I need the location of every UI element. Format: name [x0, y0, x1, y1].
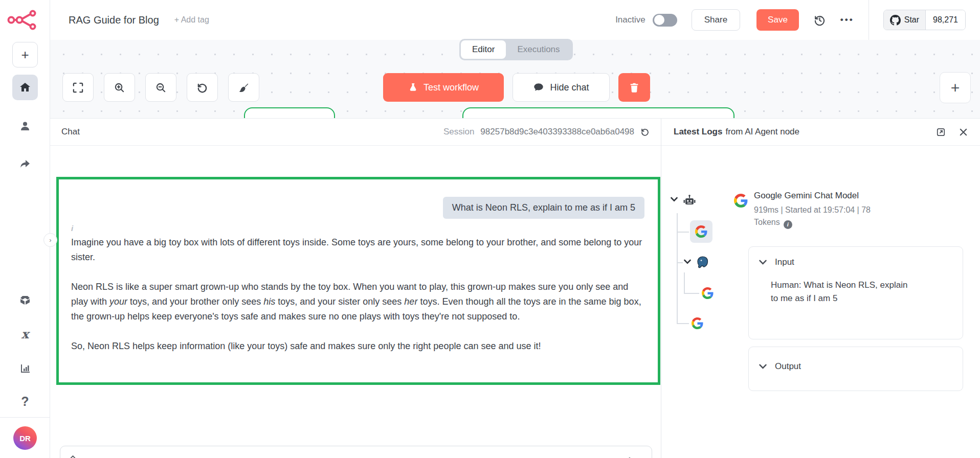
- variables-x-icon: x: [21, 327, 29, 341]
- session-label: Session: [443, 127, 474, 137]
- tree-node-gemini-2[interactable]: [690, 316, 704, 330]
- user-message-bubble: What is Neon RLS, explain to me as if I …: [443, 197, 644, 219]
- google-g-icon: [734, 194, 748, 229]
- avatar[interactable]: DR: [13, 426, 37, 450]
- sidebar-item-shared[interactable]: [12, 151, 38, 177]
- open-logs-icon[interactable]: [936, 127, 946, 137]
- toggle-knob: [654, 15, 664, 25]
- main-area: RAG Guide for Blog + Add tag Inactive Sh…: [50, 0, 980, 458]
- chat-panel-title: Chat: [61, 127, 80, 137]
- sidebar-expand-button[interactable]: ›: [43, 233, 57, 247]
- test-workflow-label: Test workflow: [424, 82, 479, 93]
- add-node-button[interactable]: +: [940, 72, 971, 103]
- tab-editor[interactable]: Editor: [461, 40, 506, 59]
- github-star-label: Star: [904, 15, 919, 25]
- sidebar-item-help[interactable]: ?: [12, 388, 38, 414]
- chat-panel: Chat Session 98257b8d9c3e403393388ce0ab6…: [50, 119, 661, 458]
- sidebar-item-insights[interactable]: [12, 356, 38, 381]
- n8n-logo-icon[interactable]: [7, 8, 39, 32]
- bot-message: Imagine you have a big toy box with lots…: [71, 235, 644, 354]
- hide-chat-label: Hide chat: [550, 82, 589, 93]
- top-header: RAG Guide for Blog + Add tag Inactive Sh…: [50, 0, 980, 40]
- zoom-in-icon: [114, 82, 125, 94]
- hide-chat-button[interactable]: Hide chat: [513, 73, 610, 102]
- bot-paragraph: Neon RLS is like a super smart grown-up …: [71, 280, 644, 324]
- logs-title: Latest Logs: [674, 127, 722, 137]
- input-section-content: Human: What is Neon RLS, explain to me a…: [749, 274, 923, 318]
- log-node-meta: 919ms | Started at 19:57:04 | 78 Tokensi: [754, 204, 883, 229]
- chevron-down-icon[interactable]: [671, 197, 678, 202]
- info-icon[interactable]: i: [784, 220, 792, 229]
- chevron-down-icon: [759, 260, 767, 265]
- log-node-name: Google Gemini Chat Model: [754, 191, 883, 201]
- test-workflow-button[interactable]: Test workflow: [383, 73, 504, 102]
- google-g-icon: [692, 317, 703, 329]
- undo-arrow-icon: [196, 82, 208, 94]
- send-message-icon[interactable]: [627, 455, 640, 458]
- share-arrow-icon: [19, 158, 31, 170]
- tidy-up-button[interactable]: [228, 73, 259, 102]
- log-output-card: Output: [748, 347, 963, 391]
- google-g-icon: [695, 225, 707, 238]
- tree-connector: [684, 293, 699, 294]
- tree-connector: [677, 323, 689, 324]
- sidebar-item-templates[interactable]: [12, 287, 38, 313]
- github-star-widget[interactable]: Star 98,271: [883, 10, 966, 30]
- bot-paragraph: Imagine you have a big toy box with lots…: [71, 235, 644, 265]
- sidebar-item-personal[interactable]: [12, 113, 38, 139]
- tree-connector: [677, 262, 683, 263]
- bar-chart-icon: [19, 362, 31, 375]
- left-sidebar: + x ?: [0, 0, 50, 458]
- workflow-history-icon[interactable]: [813, 14, 826, 27]
- tree-node-ai-agent[interactable]: [682, 194, 697, 207]
- tree-node-postgres[interactable]: [695, 255, 710, 269]
- tree-node-gemini-embed[interactable]: [700, 286, 715, 300]
- box-icon: [19, 294, 31, 306]
- message-info-icon[interactable]: i: [71, 224, 644, 235]
- new-workflow-button[interactable]: +: [12, 42, 38, 67]
- fit-view-button[interactable]: [62, 73, 94, 102]
- sidebar-item-home[interactable]: [12, 75, 38, 100]
- chat-input-row: [60, 446, 652, 458]
- workflow-title[interactable]: RAG Guide for Blog: [69, 14, 159, 26]
- output-section-label: Output: [775, 361, 801, 372]
- log-detail-header: Google Gemini Chat Model 919ms | Started…: [734, 191, 959, 229]
- robot-icon: [683, 194, 696, 207]
- sidebar-divider: [0, 417, 50, 418]
- input-section-label: Input: [775, 257, 794, 267]
- previous-message-icon[interactable]: [70, 455, 76, 458]
- zoom-out-button[interactable]: [145, 73, 176, 102]
- question-mark-icon: ?: [21, 394, 29, 409]
- logs-title-context: from AI Agent node: [725, 127, 799, 137]
- add-tag-button[interactable]: + Add tag: [174, 15, 209, 25]
- reset-zoom-button[interactable]: [187, 73, 218, 102]
- tree-node-gemini-selected[interactable]: [690, 220, 712, 243]
- sidebar-item-variables[interactable]: x: [12, 321, 38, 347]
- session-id: 98257b8d9c3e403393388ce0ab6a0498: [480, 127, 634, 137]
- share-button[interactable]: Share: [692, 9, 740, 31]
- close-logs-icon[interactable]: [959, 128, 968, 136]
- app-window: + x ?: [0, 0, 980, 458]
- input-section-toggle[interactable]: Input: [749, 247, 963, 274]
- view-tabs: Editor Executions: [459, 39, 573, 60]
- fit-view-icon: [72, 82, 84, 94]
- flask-icon: [408, 82, 418, 93]
- logs-body: Google Gemini Chat Model 919ms | Started…: [661, 146, 980, 457]
- home-icon: [19, 81, 31, 94]
- active-toggle[interactable]: [653, 14, 677, 27]
- tab-executions[interactable]: Executions: [506, 40, 571, 59]
- tree-connector: [684, 272, 685, 293]
- more-options-icon[interactable]: •••: [840, 15, 854, 25]
- avatar-initials: DR: [19, 434, 31, 443]
- save-button[interactable]: Save: [756, 9, 799, 31]
- zoom-in-button[interactable]: [104, 73, 135, 102]
- delete-button[interactable]: [618, 73, 650, 102]
- person-icon: [19, 120, 31, 132]
- chat-message-input[interactable]: [90, 456, 627, 458]
- chevron-down-icon: [759, 364, 767, 369]
- trash-icon: [629, 81, 640, 94]
- output-section-toggle[interactable]: Output: [749, 347, 963, 379]
- session-reset-icon[interactable]: [640, 127, 650, 136]
- chevron-down-icon[interactable]: [684, 259, 691, 264]
- github-star-count: 98,271: [926, 10, 965, 30]
